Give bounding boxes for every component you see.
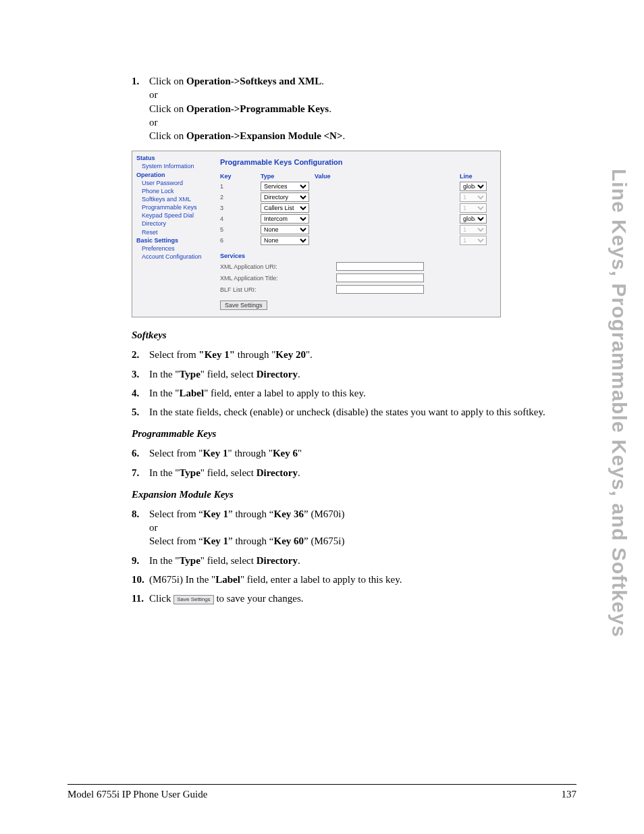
cell-value	[315, 235, 460, 246]
step-9: 9. In the "Type" field, select Directory…	[132, 554, 603, 567]
step-8: 8. Select from “Key 1” through “Key 36” …	[132, 507, 603, 548]
xml-uri-input[interactable]	[336, 262, 424, 271]
step-2: 2. Select from "Key 1" through "Key 20".	[132, 348, 603, 361]
type-select[interactable]: None	[261, 236, 309, 245]
col-line: Line	[460, 172, 493, 181]
side-tab: Line Keys, Programmable Keys, and Softke…	[608, 169, 630, 637]
step-10: 10. (M675i) In the "Label" field, enter …	[132, 573, 603, 586]
type-select[interactable]: None	[261, 225, 309, 234]
line-select[interactable]: global	[460, 182, 487, 191]
cell-key: 6	[220, 235, 261, 246]
nav-directory[interactable]: Directory	[136, 219, 217, 228]
cell-value	[315, 224, 460, 235]
line-select: 1	[460, 225, 487, 234]
type-select[interactable]: Services	[261, 182, 309, 191]
nav-phonelock[interactable]: Phone Lock	[136, 187, 217, 195]
ss-nav: Status System Information Operation User…	[132, 151, 220, 317]
line-select: 1	[460, 203, 487, 213]
nav-sysinfo[interactable]: System Information	[136, 162, 217, 170]
step-num: 1.	[132, 74, 149, 142]
nav-userpwd[interactable]: User Password	[136, 179, 217, 187]
cell-key: 1	[220, 181, 261, 192]
cell-key: 2	[220, 192, 261, 203]
type-select[interactable]: Callers List	[261, 203, 309, 213]
inline-save-button: Save Settings	[173, 595, 213, 604]
cell-key: 5	[220, 224, 261, 235]
expmod-heading: Expansion Module Keys	[132, 489, 603, 500]
config-screenshot: Status System Information Operation User…	[132, 151, 501, 317]
col-value: Value	[315, 172, 460, 181]
nav-prefs[interactable]: Preferences	[136, 244, 217, 253]
line-select: 1	[460, 192, 487, 202]
table-row: 5None1	[220, 224, 493, 235]
step-body: Click on Operation->Softkeys and XML. or…	[149, 74, 603, 142]
cell-key: 3	[220, 203, 261, 213]
xml-title-label: XML Application Title:	[220, 275, 336, 282]
cell-value	[315, 203, 460, 213]
table-row: 6None1	[220, 235, 493, 246]
step-11: 11. Click Save Settings to save your cha…	[132, 592, 603, 605]
line-select: 1	[460, 236, 487, 245]
page-footer: Model 6755i IP Phone User Guide 137	[68, 784, 576, 800]
nav-acct[interactable]: Account Configuration	[136, 253, 217, 261]
cell-value	[315, 213, 460, 224]
nav-status[interactable]: Status	[136, 154, 217, 162]
nav-basic[interactable]: Basic Settings	[136, 236, 217, 244]
table-row: 2Directory1	[220, 192, 493, 203]
step-6: 6. Select from "Key 1" through "Key 6"	[132, 446, 603, 460]
cell-key: 4	[220, 213, 261, 224]
type-select[interactable]: Intercom	[261, 214, 309, 224]
nav-progkeys[interactable]: Programmable Keys	[136, 203, 217, 211]
step-5: 5. In the state fields, check (enable) o…	[132, 405, 603, 419]
progkeys-heading: Programmable Keys	[132, 428, 603, 440]
table-row: 4Intercomglobal	[220, 213, 493, 224]
step-1: 1. Click on Operation->Softkeys and XML.…	[132, 74, 603, 142]
step-7: 7. In the "Type" field, select Directory…	[132, 466, 603, 479]
col-key: Key	[220, 172, 261, 181]
cell-value	[315, 192, 460, 203]
nav-operation[interactable]: Operation	[136, 171, 217, 179]
blf-uri-input[interactable]	[336, 285, 424, 294]
step-3: 3. In the "Type" field, select Directory…	[132, 367, 603, 381]
keys-table: Key Type Value Line 1Servicesglobal2Dire…	[220, 172, 493, 246]
footer-title: Model 6755i IP Phone User Guide	[68, 789, 207, 800]
nav-reset[interactable]: Reset	[136, 228, 217, 236]
step-4: 4. In the "Label" field, enter a label t…	[132, 386, 603, 400]
table-row: 3Callers List1	[220, 203, 493, 213]
line-select[interactable]: global	[460, 214, 487, 224]
ss-title: Programmable Keys Configuration	[220, 158, 493, 166]
services-hdr: Services	[220, 253, 493, 259]
table-row: 1Servicesglobal	[220, 181, 493, 192]
cell-value	[315, 181, 460, 192]
blf-uri-label: BLF List URI:	[220, 286, 336, 293]
xml-title-input[interactable]	[336, 273, 424, 282]
xml-uri-label: XML Application URI:	[220, 263, 336, 270]
type-select[interactable]: Directory	[261, 192, 309, 202]
softkeys-heading: Softkeys	[132, 330, 603, 341]
nav-keypad[interactable]: Keypad Speed Dial	[136, 211, 217, 219]
page-number: 137	[562, 789, 577, 800]
col-type: Type	[261, 172, 315, 181]
nav-softkeys[interactable]: Softkeys and XML	[136, 195, 217, 203]
save-settings-button[interactable]: Save Settings	[220, 301, 267, 310]
